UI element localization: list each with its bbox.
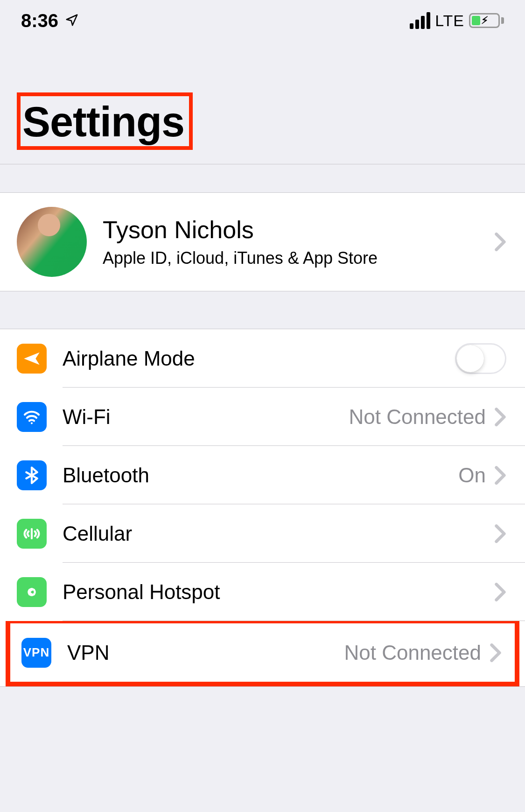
row-label: VPN (67, 641, 109, 664)
page-title: Settings (17, 92, 193, 150)
section-gap (0, 291, 525, 329)
apple-id-group: Tyson Nichols Apple ID, iCloud, iTunes &… (0, 192, 525, 291)
row-detail: On (458, 464, 486, 487)
connectivity-group: Airplane Mode Wi-Fi Not Connected Blueto… (0, 329, 525, 687)
vpn-row-highlight: VPN VPN Not Connected (6, 619, 519, 686)
airplane-icon (17, 344, 47, 374)
vpn-icon-text: VPN (23, 645, 49, 660)
page-header: Settings (0, 41, 525, 164)
cellular-signal-icon (410, 12, 430, 29)
chevron-right-icon (490, 643, 502, 662)
apple-id-subtitle: Apple ID, iCloud, iTunes & App Store (103, 248, 494, 268)
network-type: LTE (435, 12, 464, 30)
chevron-right-icon (494, 408, 506, 426)
status-bar: 8:36 LTE ⚡︎ (0, 0, 525, 41)
location-icon (65, 10, 79, 31)
wifi-row[interactable]: Wi-Fi Not Connected (0, 388, 525, 446)
chevron-right-icon (494, 524, 506, 543)
chevron-right-icon (494, 466, 506, 485)
status-time: 8:36 (21, 10, 58, 31)
apple-id-name: Tyson Nichols (103, 216, 494, 244)
vpn-icon: VPN (21, 638, 51, 668)
chevron-right-icon (494, 583, 506, 601)
apple-id-text: Tyson Nichols Apple ID, iCloud, iTunes &… (103, 216, 494, 268)
row-label: Airplane Mode (63, 347, 195, 370)
airplane-mode-switch[interactable] (455, 343, 506, 374)
personal-hotspot-row[interactable]: Personal Hotspot (0, 563, 525, 621)
bluetooth-icon (17, 460, 47, 490)
battery-icon: ⚡︎ (469, 13, 504, 28)
chevron-right-icon (494, 233, 506, 251)
airplane-mode-row[interactable]: Airplane Mode (0, 329, 525, 388)
status-right: LTE ⚡︎ (410, 12, 504, 30)
row-label: Bluetooth (63, 464, 149, 487)
apple-id-row[interactable]: Tyson Nichols Apple ID, iCloud, iTunes &… (0, 193, 525, 291)
cellular-row[interactable]: Cellular (0, 504, 525, 563)
cellular-icon (17, 519, 47, 549)
row-detail: Not Connected (344, 641, 481, 664)
row-label: Personal Hotspot (63, 580, 220, 604)
wifi-icon (17, 402, 47, 432)
row-detail: Not Connected (349, 405, 486, 429)
row-label: Wi-Fi (63, 405, 111, 429)
row-label: Cellular (63, 522, 132, 545)
avatar (17, 207, 87, 277)
section-gap (0, 164, 525, 192)
bluetooth-row[interactable]: Bluetooth On (0, 446, 525, 504)
status-left: 8:36 (21, 10, 79, 31)
vpn-row[interactable]: VPN VPN Not Connected (10, 623, 515, 682)
hotspot-icon (17, 577, 47, 607)
